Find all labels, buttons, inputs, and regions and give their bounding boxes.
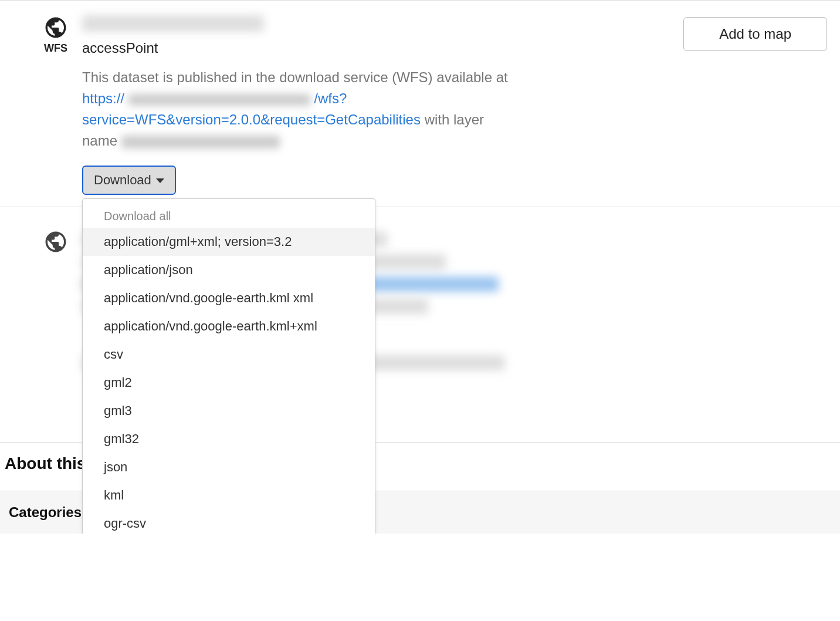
download-wrapper: Download Download all application/gml+xm… bbox=[82, 166, 817, 195]
dropdown-item-gml32[interactable]: gml32 bbox=[83, 425, 375, 453]
add-to-map-button[interactable]: Add to map bbox=[683, 17, 827, 51]
dropdown-item-kml[interactable]: kml bbox=[83, 481, 375, 509]
download-dropdown-menu: Download all application/gml+xml; versio… bbox=[82, 198, 375, 534]
dataset-description: This dataset is published in the downloa… bbox=[82, 67, 516, 151]
download-button[interactable]: Download bbox=[82, 166, 176, 195]
description-text-prefix: This dataset is published in the downloa… bbox=[82, 69, 508, 85]
dropdown-item-gml3[interactable]: gml3 bbox=[83, 397, 375, 425]
wfs-url-link[interactable]: https:// /wfs?service=WFS&version=2.0.0&… bbox=[82, 90, 421, 127]
dropdown-item-csv[interactable]: csv bbox=[83, 340, 375, 369]
dropdown-item-kml-xml-plus[interactable]: application/vnd.google-earth.kml+xml bbox=[83, 312, 375, 340]
dropdown-item-ogr-csv[interactable]: ogr-csv bbox=[83, 509, 375, 534]
caret-down-icon bbox=[156, 178, 164, 183]
dropdown-item-kml-xml-space[interactable]: application/vnd.google-earth.kml xml bbox=[83, 284, 375, 312]
layer-name-redacted bbox=[121, 136, 280, 148]
dropdown-item-json[interactable]: json bbox=[83, 453, 375, 481]
dropdown-item-gml2[interactable]: gml2 bbox=[83, 369, 375, 397]
service-type-label: WFS bbox=[44, 42, 67, 55]
download-button-label: Download bbox=[94, 173, 151, 188]
icon-column bbox=[29, 230, 82, 377]
dataset-title-redacted bbox=[82, 15, 264, 32]
dataset-block: WFS accessPoint This dataset is publishe… bbox=[0, 1, 840, 207]
icon-column: WFS bbox=[29, 15, 82, 195]
dropdown-item-application-json[interactable]: application/json bbox=[83, 256, 375, 284]
dropdown-header: Download all bbox=[83, 204, 375, 228]
globe-icon bbox=[43, 230, 68, 254]
dropdown-item-gml-xml-3-2[interactable]: application/gml+xml; version=3.2 bbox=[83, 228, 375, 256]
globe-icon bbox=[43, 15, 68, 40]
